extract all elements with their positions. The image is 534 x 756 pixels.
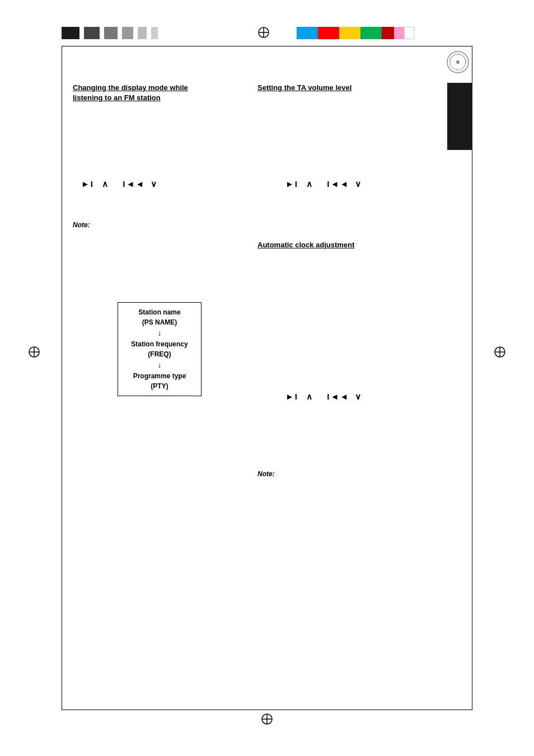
prev-btn-bottom[interactable]: I◄◄ <box>327 392 349 401</box>
hr-top <box>62 46 472 46</box>
arrow-down-2: ↓ <box>121 359 198 371</box>
down-btn-left[interactable]: ∨ <box>151 179 158 189</box>
buttons-bottom: ►I ∧ I◄◄ ∨ <box>285 392 362 402</box>
left-heading-line2: listening to an FM station <box>73 93 161 102</box>
left-heading-line1: Changing the display mode while <box>73 83 188 92</box>
next-btn-bottom[interactable]: ►I <box>285 392 298 401</box>
left-section-heading: Changing the display mode while listenin… <box>73 83 252 103</box>
next-btn-left[interactable]: ►I <box>81 179 94 189</box>
reg-mark-right <box>494 346 506 360</box>
reg-mark-top-center <box>257 26 270 40</box>
page: Changing the display mode while listenin… <box>0 0 534 756</box>
reg-mark-bottom <box>261 713 273 727</box>
auto-clock-label: Automatic clock adjustment <box>257 241 354 249</box>
arrow-down-1: ↓ <box>121 327 198 339</box>
prev-btn-left[interactable]: I◄◄ <box>123 179 145 189</box>
up-btn-right[interactable]: ∧ <box>306 179 313 189</box>
flow-item2: Station frequency <box>131 340 188 348</box>
buttons-left: ►I ∧ I◄◄ ∨ <box>81 179 158 189</box>
buttons-right: ►I ∧ I◄◄ ∨ <box>285 179 362 189</box>
down-btn-right[interactable]: ∨ <box>355 179 362 189</box>
note-label: Note: <box>73 221 90 229</box>
note-left: Note: <box>73 221 90 229</box>
note-bottom-label: Note: <box>257 470 275 478</box>
flow-item3-sub: (PTY) <box>151 382 168 390</box>
flow-item1: Station name <box>138 308 180 316</box>
up-btn-left[interactable]: ∧ <box>102 179 109 189</box>
flow-item3: Programme type <box>133 372 186 380</box>
right-section-heading: Setting the TA volume level <box>257 83 453 93</box>
color-bar-right <box>297 27 414 39</box>
down-btn-bottom[interactable]: ∨ <box>355 392 362 401</box>
right-heading: Setting the TA volume level <box>257 83 352 92</box>
color-bar-left <box>62 27 158 39</box>
flow-item1-sub: (PS NAME) <box>142 318 177 326</box>
hr-bottom <box>62 710 472 710</box>
cd-logo <box>446 50 470 76</box>
vl-left <box>62 46 62 710</box>
note-bottom: Note: <box>257 470 275 478</box>
auto-clock-heading: Automatic clock adjustment <box>257 241 354 249</box>
reg-mark-left <box>28 346 40 360</box>
up-btn-bottom[interactable]: ∧ <box>306 392 313 401</box>
next-btn-right[interactable]: ►I <box>285 179 298 189</box>
prev-btn-right[interactable]: I◄◄ <box>327 179 349 189</box>
svg-point-5 <box>456 60 460 64</box>
flow-item2-sub: (FREQ) <box>148 350 171 358</box>
flow-diagram: Station name (PS NAME) ↓ Station frequen… <box>118 302 202 396</box>
